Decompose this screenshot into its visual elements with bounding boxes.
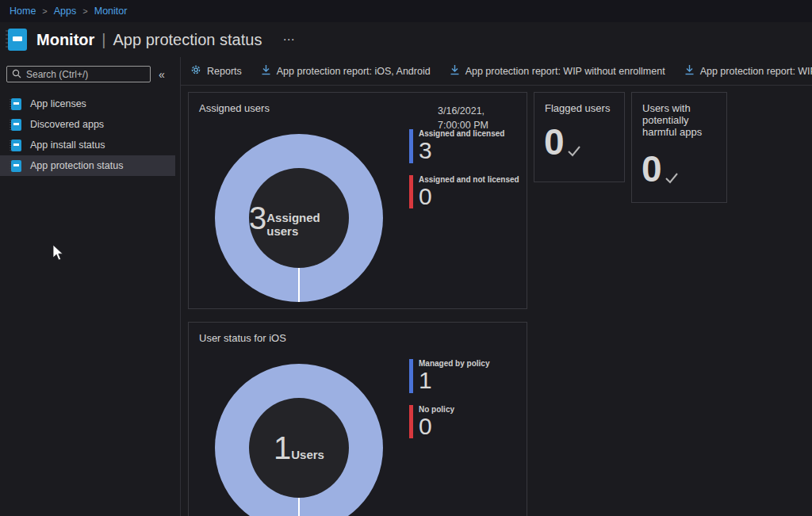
sidebar-item-label: Discovered apps — [30, 119, 104, 130]
sidebar-item-app-install-status[interactable]: App install status — [0, 135, 180, 155]
chart-legend: Assigned and licensed 3 Assigned and not… — [409, 129, 519, 208]
donut-value: 1 — [274, 432, 291, 464]
donut-caption: Users — [291, 448, 324, 461]
legend-item-no-policy: No policy 0 — [409, 405, 489, 439]
breadcrumb: Home > Apps > Monitor — [10, 6, 127, 17]
report-wip-without-enrollment-button[interactable]: App protection report: WIP without enrol… — [450, 64, 665, 78]
chart-legend: Managed by policy 1 No policy 0 — [409, 359, 489, 438]
legend-item-assigned-licensed: Assigned and licensed 3 — [409, 129, 519, 163]
sidebar-item-app-protection-status[interactable]: App protection status — [0, 155, 175, 176]
legend-item-assigned-not-licensed: Assigned and not licensed 0 — [409, 175, 519, 209]
breadcrumb-home[interactable]: Home — [10, 6, 36, 17]
donut-chart-user-status-ios: 1 Users — [215, 364, 383, 516]
report-timestamp: 3/16/2021, 7:00:00 PM — [438, 104, 520, 132]
legend-value: 3 — [419, 138, 504, 163]
gear-icon — [190, 64, 201, 78]
command-toolbar: Reports App protection report: iOS, Andr… — [181, 57, 812, 86]
donut-chart-assigned-users: 3 Assigned users — [215, 134, 383, 302]
card-assigned-users: Assigned users 3/16/2021, 7:00:00 PM 3 A… — [188, 92, 527, 309]
breadcrumb-apps[interactable]: Apps — [54, 6, 77, 17]
sidebar-collapse-button[interactable]: « — [159, 68, 165, 81]
main-panel: Reports App protection report: iOS, Andr… — [181, 57, 812, 516]
page-title: Monitor — [36, 31, 94, 49]
monitor-notebook-icon — [8, 29, 27, 51]
reports-label: Reports — [207, 66, 242, 77]
search-icon — [12, 67, 21, 82]
card-title: User status for iOS — [189, 323, 527, 344]
card-title: Flagged users — [534, 93, 624, 114]
stat-row: 0 — [632, 152, 726, 187]
card-user-status-ios: User status for iOS 1 Users Managed by p… — [188, 322, 527, 516]
harmful-apps-count: 0 — [642, 152, 662, 187]
legend-label: No policy — [419, 405, 454, 414]
breadcrumb-separator: > — [42, 6, 47, 16]
sidebar: « App licenses Discovered apps App insta… — [0, 57, 181, 516]
title-divider: | — [102, 31, 105, 49]
dashboard-canvas: Assigned users 3/16/2021, 7:00:00 PM 3 A… — [181, 86, 812, 516]
report-ios-android-button[interactable]: App protection report: iOS, Android — [261, 64, 431, 78]
legend-color-bar — [409, 175, 413, 209]
checkmark-icon — [567, 145, 581, 160]
sidebar-item-label: App install status — [30, 140, 105, 151]
donut-center-label: 3 Assigned users — [249, 168, 349, 268]
donut-slice-divider — [298, 268, 300, 302]
notebook-icon — [11, 98, 21, 110]
sidebar-item-label: App protection status — [30, 160, 123, 171]
donut-caption: Assigned users — [266, 211, 349, 238]
sidebar-item-app-licenses[interactable]: App licenses — [0, 94, 180, 114]
sidebar-nav: App licenses Discovered apps App install… — [0, 94, 180, 176]
legend-value: 0 — [419, 184, 519, 209]
report-wip-via-mdm-button[interactable]: App protection report: WIP via MDM — [684, 64, 812, 78]
checkmark-icon — [665, 172, 679, 187]
card-harmful-apps: Users with potentially harmful apps 0 — [631, 92, 727, 203]
report-label: App protection report: WIP without enrol… — [465, 66, 665, 77]
donut-value: 3 — [249, 202, 266, 234]
content-area: « App licenses Discovered apps App insta… — [0, 57, 812, 516]
download-icon — [261, 64, 271, 78]
breadcrumb-bar: Home > Apps > Monitor — [0, 0, 812, 22]
sidebar-item-discovered-apps[interactable]: Discovered apps — [0, 114, 180, 135]
page-header: Monitor | App protection status ⋯ — [0, 22, 812, 57]
sidebar-search-row: « — [0, 66, 180, 82]
legend-color-bar — [409, 129, 413, 163]
notebook-icon — [11, 140, 21, 151]
notebook-icon — [11, 160, 21, 172]
breadcrumb-monitor[interactable]: Monitor — [94, 6, 128, 17]
report-label: App protection report: WIP via MDM — [700, 66, 812, 77]
card-title: Users with potentially harmful apps — [632, 93, 726, 138]
legend-label: Assigned and not licensed — [419, 175, 519, 184]
legend-color-bar — [409, 359, 413, 393]
flagged-users-count: 0 — [544, 125, 565, 160]
page-subtitle: App protection status — [113, 31, 262, 49]
reports-button[interactable]: Reports — [190, 64, 242, 78]
stat-row: 0 — [534, 125, 624, 160]
page-more-button[interactable]: ⋯ — [282, 32, 296, 47]
donut-center-label: 1 Users — [249, 398, 349, 498]
download-icon — [450, 64, 460, 78]
app-window: Home > Apps > Monitor Monitor | App prot… — [0, 0, 812, 516]
sidebar-item-label: App licenses — [30, 98, 86, 109]
notebook-icon — [11, 119, 21, 131]
legend-color-bar — [409, 405, 413, 439]
download-icon — [684, 64, 695, 78]
search-input[interactable] — [26, 69, 149, 80]
search-box[interactable] — [6, 66, 151, 82]
legend-value: 0 — [419, 414, 454, 439]
report-label: App protection report: iOS, Android — [277, 66, 431, 77]
legend-value: 1 — [419, 368, 489, 393]
donut-slice-divider — [298, 498, 300, 516]
legend-item-managed-by-policy: Managed by policy 1 — [409, 359, 489, 393]
breadcrumb-separator: > — [82, 6, 87, 16]
card-flagged-users: Flagged users 0 — [534, 92, 625, 182]
